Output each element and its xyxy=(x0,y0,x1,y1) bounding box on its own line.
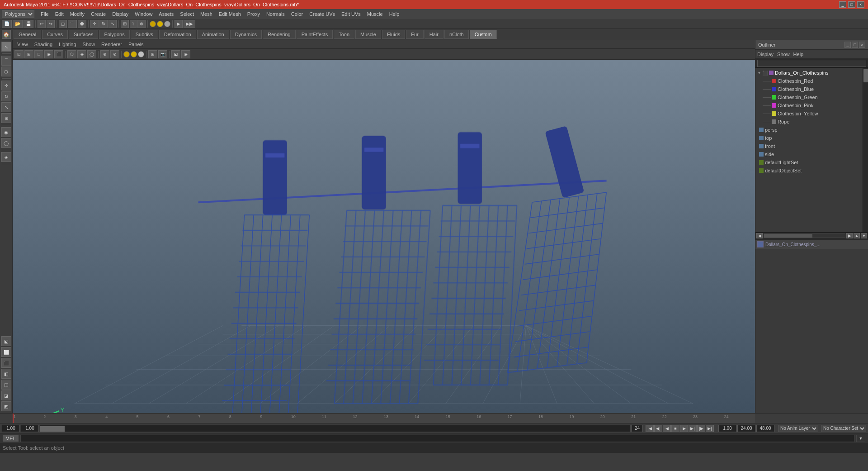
rotate-button[interactable]: ↻ xyxy=(99,20,108,28)
outliner-item-root[interactable]: ▼ ⬛ Dollars_On_Clothespins xyxy=(755,69,863,77)
step-back-button[interactable]: ◀| xyxy=(654,425,662,432)
redo-button[interactable]: ↪ xyxy=(47,20,55,28)
shelf-home-button[interactable]: 🏠 xyxy=(2,30,11,39)
h-scrollbar-thumb[interactable] xyxy=(764,234,812,238)
menu-normals[interactable]: Normals xyxy=(264,10,288,18)
horizontal-scrollbar[interactable] xyxy=(764,233,845,238)
show-grid-button[interactable]: ⊞ xyxy=(148,50,157,58)
menu-edit-mesh[interactable]: Edit Mesh xyxy=(216,10,244,18)
menu-select[interactable]: Select xyxy=(177,10,197,18)
show-manip-tool[interactable]: ◈ xyxy=(1,152,11,162)
layout-button[interactable]: ⬕ xyxy=(171,50,180,58)
start-frame-input[interactable] xyxy=(2,425,20,432)
current-frame-input[interactable] xyxy=(21,425,39,432)
menu-mesh[interactable]: Mesh xyxy=(198,10,215,18)
tab-rendering[interactable]: Rendering xyxy=(263,30,296,39)
isolate-button[interactable]: ◉ xyxy=(181,50,190,58)
anim-start-input[interactable] xyxy=(718,425,736,432)
paint-select-tool[interactable]: ⬡ xyxy=(1,67,11,76)
lasso-button[interactable]: ⌒ xyxy=(68,20,77,28)
render-view[interactable]: ⬜ xyxy=(1,347,11,357)
playback-end-input[interactable] xyxy=(756,425,774,432)
tab-deformation[interactable]: Deformation xyxy=(159,30,196,39)
tab-curves[interactable]: Curves xyxy=(42,30,68,39)
high-quality-button[interactable]: ◈ xyxy=(77,50,86,58)
menu-file[interactable]: File xyxy=(38,10,52,18)
new-scene-button[interactable]: 📄 xyxy=(2,20,12,28)
save-scene-button[interactable]: 💾 xyxy=(24,20,33,28)
outliner-item-front[interactable]: front xyxy=(755,142,863,150)
tab-fur[interactable]: Fur xyxy=(406,30,424,39)
realtime-shaders-button[interactable]: ⬡ xyxy=(67,50,76,58)
play-forward-button[interactable]: ▶ xyxy=(680,425,688,432)
timeline-ruler[interactable]: 1 2 3 4 5 6 7 8 9 10 11 12 13 14 15 16 1… xyxy=(13,414,755,423)
prev-keyframe-button[interactable]: ◀ xyxy=(663,425,671,432)
snap-point-button[interactable]: ⊕ xyxy=(137,20,146,28)
camera-button[interactable]: 📷 xyxy=(158,50,167,58)
command-history-button[interactable]: ▼ xyxy=(856,435,865,442)
frame-all-button[interactable]: ⊞ xyxy=(24,50,33,58)
light3-button[interactable] xyxy=(164,21,170,27)
tab-subdivs[interactable]: Subdivs xyxy=(131,30,158,39)
anim-end-input[interactable] xyxy=(737,425,755,432)
tab-custom[interactable]: Custom xyxy=(470,30,497,39)
tab-animation[interactable]: Animation xyxy=(197,30,229,39)
hypershade[interactable]: ◧ xyxy=(1,369,11,379)
menu-color[interactable]: Color xyxy=(288,10,306,18)
light1-button[interactable] xyxy=(150,21,156,27)
outliner-help-menu[interactable]: Help xyxy=(793,52,804,57)
undo-button[interactable]: ↩ xyxy=(38,20,46,28)
menu-assets[interactable]: Assets xyxy=(156,10,176,18)
outliner-item-clothespin-red[interactable]: —— Clothespin_Red xyxy=(755,77,863,85)
outliner-item-rope[interactable]: —— Rope xyxy=(755,118,863,126)
lasso-tool[interactable]: ⌒ xyxy=(1,56,11,66)
outliner-item-objectset[interactable]: defaultObjectSet xyxy=(755,167,863,175)
tab-muscle[interactable]: Muscle xyxy=(355,30,381,39)
paint-skin[interactable]: ◪ xyxy=(1,390,11,400)
tab-polygons[interactable]: Polygons xyxy=(99,30,129,39)
outliner-show-menu[interactable]: Show xyxy=(777,52,790,57)
anim-layer-select[interactable]: No Anim Layer xyxy=(778,425,818,432)
viewport-canvas[interactable]: Y X xyxy=(13,60,755,413)
outliner-display-menu[interactable]: Display xyxy=(757,52,774,57)
close-button[interactable]: × xyxy=(857,1,864,8)
go-to-start-button[interactable]: |◀ xyxy=(646,425,654,432)
menu-create[interactable]: Create xyxy=(88,10,108,18)
tab-fluids[interactable]: Fluids xyxy=(382,30,405,39)
textured-button[interactable]: ⬛ xyxy=(54,50,63,58)
timeline-scrollbar[interactable] xyxy=(40,425,631,432)
universal-manip[interactable]: ⊞ xyxy=(1,113,11,123)
minimize-button[interactable]: _ xyxy=(839,1,846,8)
character-set-select[interactable]: No Character Set xyxy=(821,425,866,432)
light-btn-3[interactable] xyxy=(138,51,144,57)
scrollbar-thumb[interactable] xyxy=(863,69,868,82)
scroll-right-button[interactable]: ▶ xyxy=(846,233,853,238)
select-button[interactable]: ◻ xyxy=(59,20,67,28)
maximize-button[interactable]: □ xyxy=(848,1,855,8)
menu-display[interactable]: Display xyxy=(109,10,131,18)
outliner-minimize-button[interactable]: _ xyxy=(844,42,851,48)
snap-curve-button[interactable]: ⌇ xyxy=(130,20,137,28)
menu-muscle[interactable]: Muscle xyxy=(364,10,386,18)
scale-button[interactable]: ⤡ xyxy=(108,20,117,28)
xray-button[interactable]: ⊕ xyxy=(100,50,109,58)
show-menu[interactable]: Show xyxy=(80,41,98,48)
sculpt-tool[interactable]: ◯ xyxy=(1,138,11,148)
render-button[interactable]: ▶ xyxy=(175,20,183,28)
menu-help[interactable]: Help xyxy=(387,10,402,18)
shading-menu[interactable]: Shading xyxy=(32,41,55,48)
scale-tool[interactable]: ⤡ xyxy=(1,102,11,112)
menu-create-uvs[interactable]: Create UVs xyxy=(307,10,338,18)
lighting-menu[interactable]: Lighting xyxy=(56,41,79,48)
blend-shape[interactable]: ◩ xyxy=(1,401,11,411)
paint-button[interactable]: ⬟ xyxy=(78,20,86,28)
tab-painteffects[interactable]: PaintEffects xyxy=(297,30,333,39)
light-btn-2[interactable] xyxy=(131,51,137,57)
outliner-item-clothespin-green[interactable]: —— Clothespin_Green xyxy=(755,93,863,101)
tab-ncloth[interactable]: nCloth xyxy=(444,30,469,39)
command-input[interactable] xyxy=(20,435,854,442)
xray-joints-button[interactable]: ⊗ xyxy=(110,50,119,58)
outliner-item-side[interactable]: side xyxy=(755,150,863,158)
ipr-render[interactable]: ⬛ xyxy=(1,358,11,368)
move-button[interactable]: ✛ xyxy=(90,20,99,28)
